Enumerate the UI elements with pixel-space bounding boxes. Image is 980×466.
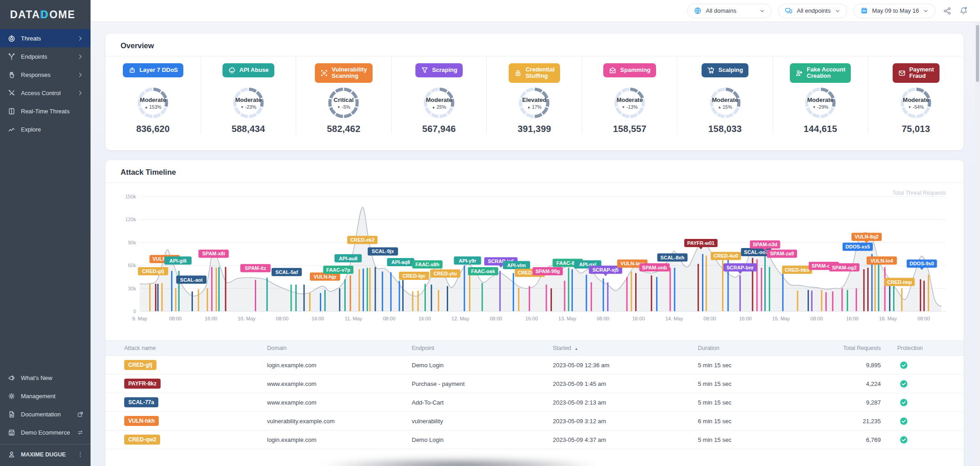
attack-bar[interactable]: [374, 267, 376, 311]
attack-bar[interactable]: [192, 291, 193, 311]
notifications-bell-icon[interactable]: [959, 6, 968, 15]
attack-bar[interactable]: [920, 279, 921, 311]
attack-bar[interactable]: [769, 267, 770, 311]
attack-event-chip[interactable]: SPAM-za9: [767, 249, 797, 258]
attack-bar[interactable]: [412, 291, 414, 311]
attack-bar[interactable]: [591, 282, 592, 311]
attack-table-row[interactable]: CRED-qw2 login.example.com Demo Login 20…: [106, 431, 964, 449]
attack-bar[interactable]: [350, 275, 351, 311]
attack-bar[interactable]: [856, 289, 857, 311]
attack-bar[interactable]: [607, 282, 608, 311]
threat-badge-spamming[interactable]: Spamming: [603, 63, 656, 77]
attack-bar[interactable]: [928, 274, 929, 311]
attack-bar[interactable]: [344, 279, 346, 311]
column-header-total-requests[interactable]: Total Requests: [831, 345, 881, 351]
sidebar-item-responses[interactable]: Responses: [0, 66, 91, 84]
attack-bar[interactable]: [874, 262, 876, 311]
attack-table-row[interactable]: SCAL-77a www.example.com Add-To-Cart 202…: [106, 393, 964, 412]
attack-bar[interactable]: [171, 271, 172, 311]
attack-event-chip[interactable]: API-au8: [334, 254, 362, 263]
attack-bar[interactable]: [863, 269, 864, 311]
attack-event-chip[interactable]: PAYFR-w01: [684, 239, 717, 249]
attack-event-chip[interactable]: SPAM-onb: [639, 263, 670, 272]
attack-bar[interactable]: [811, 291, 813, 311]
attack-bar[interactable]: [651, 275, 652, 311]
attack-bar[interactable]: [382, 272, 383, 311]
attack-bar[interactable]: [290, 284, 292, 311]
attack-event-chip[interactable]: FAAC-v7p: [323, 266, 354, 274]
attack-bar[interactable]: [225, 267, 226, 311]
column-header-endpoint[interactable]: Endpoint: [412, 345, 553, 351]
attack-name-badge[interactable]: VULN-hkh: [124, 416, 159, 426]
attack-bar[interactable]: [568, 268, 569, 311]
datadome-logo[interactable]: DATADOME: [0, 0, 91, 29]
domain-filter[interactable]: All domains: [687, 4, 772, 18]
attack-event-chip[interactable]: SCAL-aoi: [176, 276, 207, 284]
attack-bar[interactable]: [761, 268, 762, 311]
attack-bar[interactable]: [513, 273, 514, 311]
attack-bar[interactable]: [674, 268, 675, 311]
attack-bar[interactable]: [832, 291, 834, 311]
attack-bar[interactable]: [825, 292, 827, 311]
attack-bar[interactable]: [198, 289, 199, 311]
threat-badge-api-abuse[interactable]: API Abuse: [222, 63, 274, 77]
threat-badge-layer-7-ddos[interactable]: Layer 7 DDoS: [123, 63, 184, 77]
kebab-icon[interactable]: [77, 451, 84, 458]
attack-bar[interactable]: [369, 268, 371, 311]
sidebar-item-demo-ecommerce[interactable]: Demo Ecommerce: [0, 423, 91, 441]
attack-bar[interactable]: [431, 284, 432, 311]
attack-bar[interactable]: [211, 267, 212, 311]
attack-bar[interactable]: [764, 256, 766, 311]
scrollbar-track[interactable]: [975, 21, 980, 466]
attack-table-row[interactable]: PAYFR-8kz www.example.com Purchase - pay…: [106, 375, 964, 393]
attack-bar[interactable]: [149, 284, 151, 312]
attack-event-chip[interactable]: FAAC-oak: [468, 267, 499, 275]
threat-badge-credential-stuffing[interactable]: CredentialStuffing: [509, 63, 560, 83]
attack-bar[interactable]: [447, 286, 448, 311]
endpoint-filter[interactable]: All endpoints: [778, 4, 847, 18]
attack-bar[interactable]: [359, 269, 360, 311]
sidebar-item-access-control[interactable]: Access Control: [0, 84, 91, 102]
attack-bar[interactable]: [216, 268, 217, 311]
attack-bar[interactable]: [656, 277, 657, 311]
attack-bar[interactable]: [586, 274, 587, 311]
attack-bar[interactable]: [339, 289, 340, 311]
attack-bar[interactable]: [324, 290, 326, 311]
attack-bar[interactable]: [571, 269, 573, 311]
attack-bar[interactable]: [402, 280, 404, 311]
attack-bar[interactable]: [320, 293, 321, 311]
attack-event-chip[interactable]: SCAL-9jx: [368, 247, 398, 255]
attack-bar[interactable]: [424, 284, 426, 312]
attack-bar[interactable]: [363, 268, 364, 311]
attack-bar[interactable]: [157, 284, 159, 312]
attack-event-chip[interactable]: VULN-8q2: [851, 233, 882, 243]
attack-event-chip[interactable]: SPAM-og2: [829, 263, 860, 272]
attack-event-chip[interactable]: SPAM-99g: [533, 267, 563, 275]
sidebar-item-whats-new[interactable]: What's New: [0, 369, 91, 387]
attack-bar[interactable]: [464, 265, 465, 311]
attack-bar[interactable]: [155, 284, 157, 312]
attack-bar[interactable]: [518, 288, 520, 311]
attack-event-chip[interactable]: SPAM-itz: [240, 264, 271, 272]
sidebar-user[interactable]: MAXIME DUGUE: [0, 444, 91, 462]
attack-bar[interactable]: [207, 289, 208, 311]
column-header-attack-name[interactable]: Attack name: [124, 345, 267, 351]
attack-bar[interactable]: [702, 254, 703, 311]
attack-event-chip[interactable]: DDOS-9s0: [907, 259, 937, 270]
sidebar-item-management[interactable]: Management: [0, 387, 91, 405]
sidebar-item-real-time-threats[interactable]: Real-Time Threats: [0, 102, 91, 120]
threat-badge-vulnerability-scanning[interactable]: VulnerabilityScanning: [315, 63, 373, 83]
attack-event-chip[interactable]: SCAL-8xh: [657, 253, 688, 262]
attack-name-badge[interactable]: SCAL-77a: [124, 397, 158, 407]
attack-bar[interactable]: [924, 281, 925, 311]
threat-badge-scalping[interactable]: Scalping: [702, 63, 748, 77]
attack-bar[interactable]: [529, 286, 530, 311]
attack-bar[interactable]: [303, 284, 305, 311]
attack-bar[interactable]: [797, 291, 798, 311]
attack-bar[interactable]: [884, 267, 885, 311]
scrollbar-thumb[interactable]: [976, 25, 979, 82]
share-icon[interactable]: [943, 6, 952, 15]
attack-event-chip[interactable]: CRED-4u0: [711, 252, 741, 260]
attack-table-row[interactable]: VULN-hkh vulnerability.example.com vulne…: [106, 412, 964, 431]
attack-bar[interactable]: [626, 277, 628, 311]
